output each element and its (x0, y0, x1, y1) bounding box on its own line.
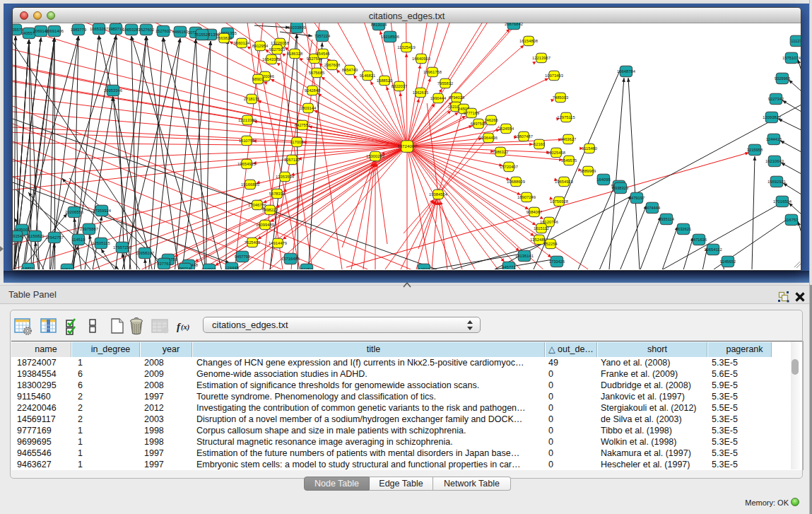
svg-text:13353594: 13353594 (276, 175, 295, 179)
svg-text:1615112: 1615112 (534, 226, 549, 230)
svg-text:10807487: 10807487 (514, 134, 533, 139)
svg-text:1990444: 1990444 (430, 96, 447, 100)
svg-text:9115460: 9115460 (582, 146, 597, 151)
svg-text:12923: 12923 (418, 267, 430, 269)
svg-text:9457791: 9457791 (235, 255, 251, 259)
svg-text:14914479: 14914479 (269, 241, 287, 245)
svg-text:23975887: 23975887 (80, 227, 98, 231)
svg-text:1733426: 1733426 (549, 259, 565, 264)
svg-text:5675685: 5675685 (309, 71, 325, 75)
svg-text:12213967: 12213967 (532, 56, 551, 60)
svg-text:9777169: 9777169 (464, 111, 480, 115)
svg-text:11123: 11123 (791, 39, 801, 43)
svg-text:9660124: 9660124 (234, 41, 250, 45)
svg-text:10648784: 10648784 (617, 69, 636, 74)
svg-text:16154808: 16154808 (519, 39, 538, 43)
svg-text:9227342: 9227342 (768, 97, 784, 101)
svg-text:15751074: 15751074 (782, 56, 801, 60)
svg-text:8454749: 8454749 (342, 68, 358, 72)
svg-text:15720407: 15720407 (500, 165, 518, 169)
svg-text:20206556: 20206556 (65, 210, 83, 214)
svg-text:164095: 164095 (596, 177, 610, 182)
svg-text:39154: 39154 (13, 234, 23, 238)
svg-text:20364436: 20364436 (479, 136, 498, 140)
svg-text:10654112: 10654112 (704, 247, 722, 252)
svg-text:6794028: 6794028 (449, 95, 465, 100)
svg-text:9889969: 9889969 (580, 169, 596, 173)
svg-text:19218506: 19218506 (381, 35, 399, 39)
svg-text:837761: 837761 (157, 262, 170, 266)
svg-text:3215958: 3215958 (747, 148, 763, 152)
svg-text:18907249: 18907249 (517, 195, 536, 199)
svg-text:117008: 117008 (290, 140, 304, 144)
svg-text:12093822: 12093822 (763, 115, 781, 119)
svg-text:10025458: 10025458 (547, 151, 565, 155)
svg-text:90571: 90571 (61, 267, 73, 269)
svg-text:17016504: 17016504 (773, 199, 792, 204)
svg-text:19654923: 19654923 (555, 180, 573, 184)
svg-text:5498222: 5498222 (262, 208, 278, 212)
svg-text:9474444: 9474444 (645, 206, 661, 210)
svg-text:5678334: 5678334 (269, 192, 286, 196)
svg-text:10653287: 10653287 (90, 27, 108, 31)
svg-text:19654925: 19654925 (237, 162, 256, 166)
svg-text:15300283: 15300283 (366, 154, 384, 158)
svg-text:1527602: 1527602 (139, 28, 155, 32)
svg-text:17046786: 17046786 (248, 203, 266, 207)
svg-text:12975115: 12975115 (557, 115, 575, 119)
svg-text:17359924: 17359924 (93, 209, 112, 213)
svg-text:9146821: 9146821 (360, 74, 376, 78)
svg-text:16033809: 16033809 (288, 25, 306, 30)
svg-text:16543382: 16543382 (262, 57, 281, 62)
svg-text:11156829: 11156829 (27, 234, 45, 238)
svg-text:20691406: 20691406 (45, 29, 64, 33)
svg-text:9242848: 9242848 (305, 88, 321, 93)
svg-text:11325419: 11325419 (397, 45, 415, 49)
svg-text:8322037: 8322037 (392, 84, 408, 88)
svg-text:18724007: 18724007 (397, 144, 417, 148)
svg-text:252254: 252254 (543, 242, 558, 246)
svg-text:1362615: 1362615 (413, 90, 429, 95)
svg-text:7386322: 7386322 (493, 150, 509, 154)
svg-text:10958107: 10958107 (136, 251, 154, 255)
svg-text:8912954: 8912954 (252, 44, 269, 48)
svg-text:6479197: 6479197 (629, 196, 645, 200)
svg-text:16640910: 16640910 (412, 57, 430, 61)
svg-text:8186328: 8186328 (287, 52, 303, 56)
svg-text:945771: 945771 (502, 265, 515, 269)
svg-text:5938323: 5938323 (613, 186, 629, 190)
svg-text:10756928: 10756928 (550, 199, 568, 204)
svg-text:8471636: 8471636 (691, 238, 707, 242)
svg-text:17957255: 17957255 (113, 245, 131, 250)
svg-text:1588520: 1588520 (377, 78, 393, 83)
svg-text:104001: 104001 (202, 267, 216, 269)
svg-text:8813014: 8813014 (371, 23, 387, 27)
svg-text:(x): (x) (181, 323, 189, 332)
svg-text:12942757: 12942757 (45, 235, 64, 240)
svg-text:92450: 92450 (301, 267, 312, 269)
svg-text:10973493: 10973493 (545, 74, 563, 78)
svg-text:19384554: 19384554 (429, 192, 448, 197)
svg-text:7955812: 7955812 (437, 81, 454, 86)
svg-text:98903: 98903 (252, 77, 264, 81)
svg-text:19166825: 19166825 (241, 182, 259, 187)
svg-text:1244415: 1244415 (766, 137, 782, 141)
svg-text:7632621: 7632621 (676, 227, 692, 231)
svg-text:20876842: 20876842 (505, 23, 523, 26)
svg-text:10688609: 10688609 (507, 180, 525, 184)
svg-text:9084067: 9084067 (526, 210, 543, 214)
svg-text:1983779: 1983779 (71, 28, 87, 32)
svg-text:14136141: 14136141 (515, 254, 534, 258)
svg-text:12213389: 12213389 (238, 118, 257, 122)
svg-text:116753: 116753 (785, 218, 799, 222)
svg-text:1549575: 1549575 (561, 158, 577, 163)
svg-text:1610755: 1610755 (239, 139, 255, 143)
svg-text:16961758: 16961758 (423, 70, 442, 74)
svg-text:6466160: 6466160 (172, 30, 189, 34)
svg-text:16210643: 16210643 (765, 159, 784, 163)
svg-text:15716485: 15716485 (281, 257, 300, 261)
svg-text:154546: 154546 (316, 52, 329, 56)
svg-text:15692921: 15692921 (767, 180, 786, 184)
svg-text:7663822: 7663822 (216, 36, 233, 40)
svg-text:6497508: 6497508 (471, 122, 487, 126)
